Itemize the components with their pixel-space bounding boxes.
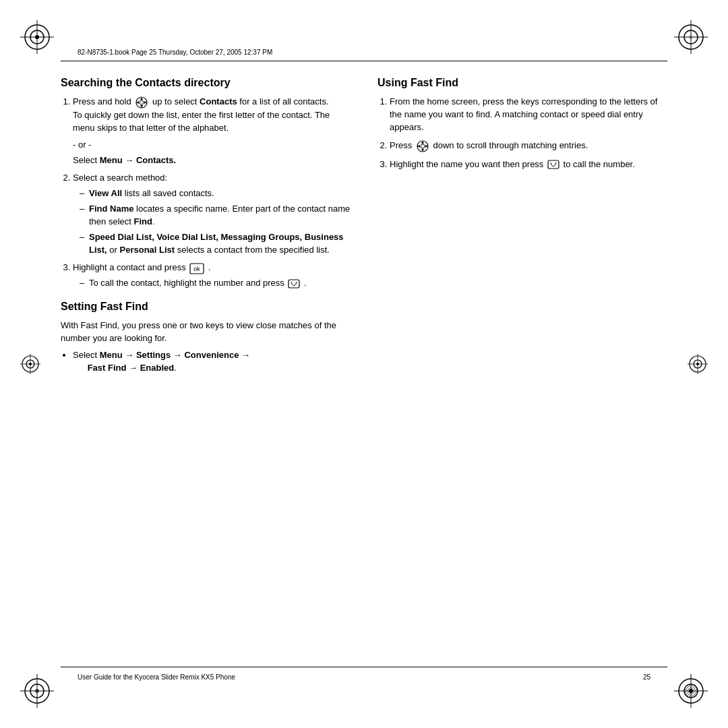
uff-step-1: From the home screen, press the keys cor… <box>390 96 667 134</box>
dash-lists: Speed Dial List, Voice Dial List, Messag… <box>80 231 351 257</box>
section-heading-using-fast-find: Using Fast Find <box>377 77 667 89</box>
select-prefix: Select <box>73 155 100 165</box>
svg-text:ok: ok <box>194 266 201 272</box>
ff-arr3: → <box>239 350 250 360</box>
contacts-step-1: Press and hold up to select Contacts for… <box>73 96 351 166</box>
ff-arr2: → <box>171 350 184 360</box>
side-mark-right <box>688 354 708 374</box>
select-line: Select Menu → Contacts. <box>73 154 351 167</box>
fast-find-steps: Select Menu → Settings → Convenience → F… <box>61 349 351 375</box>
contacts-step-2: Select a search method: View All lists a… <box>73 172 351 256</box>
main-content: Searching the Contacts directory Press a… <box>61 74 667 654</box>
corner-mark-tr <box>674 20 708 54</box>
uff-step3-pre: Highlight the name you want then press <box>390 159 543 169</box>
uff-step2-suf: down to scroll through matching entries. <box>433 140 588 150</box>
contacts-step-3: Highlight a contact and press ok . To ca… <box>73 262 351 290</box>
right-column: Using Fast Find From the home screen, pr… <box>377 74 667 654</box>
contacts-steps: Press and hold up to select Contacts for… <box>61 96 351 290</box>
step1-press-hold: Press and hold <box>73 96 131 107</box>
footer-line <box>61 667 667 667</box>
svg-rect-46 <box>548 160 559 169</box>
step1-up-text: up to select <box>152 96 200 107</box>
ff-arr4: → <box>126 363 140 373</box>
uff-step2-pre: Press <box>390 140 412 150</box>
step1-contacts-bold: Contacts <box>200 96 237 107</box>
uff-step3-suf: to call the number. <box>564 159 635 169</box>
ff-menu: Menu <box>100 350 123 360</box>
uff-step-3: Highlight the name you want then press t… <box>390 158 667 171</box>
step1-end: for a list of all contacts. <box>237 96 329 107</box>
step3-sub-list: To call the contact, highlight the numbe… <box>73 277 351 290</box>
corner-mark-br <box>674 674 708 708</box>
view-all-text: lists all saved contacts. <box>122 188 214 198</box>
fast-find-bullet: Select Menu → Settings → Convenience → F… <box>73 349 351 375</box>
section-heading-fast-find: Setting Fast Find <box>61 301 351 313</box>
ff-settings: Settings <box>136 350 171 360</box>
ff-select-pre: Select <box>73 350 100 360</box>
svg-point-32 <box>140 100 144 104</box>
using-fast-find-steps: From the home screen, press the keys cor… <box>377 96 667 171</box>
find-end: . <box>152 216 155 226</box>
corner-mark-bl <box>20 674 54 708</box>
step3-sub-text: To call the contact, highlight the numbe… <box>89 278 284 288</box>
uff-step-2: Press down to scroll through matching en… <box>390 140 667 153</box>
step3-text: Highlight a contact and press <box>73 262 186 272</box>
lists-text: selects a contact from the specified lis… <box>175 245 330 255</box>
call-icon-2 <box>547 160 559 169</box>
footer-right: 25 <box>643 673 650 681</box>
corner-mark-tl <box>20 20 54 54</box>
svg-point-41 <box>421 144 425 148</box>
find-name-bold: Find Name <box>89 204 133 214</box>
step1-sub: To quickly get down the list, enter the … <box>73 109 351 135</box>
step3-period2: . <box>304 278 307 288</box>
step2-text: Select a search method: <box>73 173 167 183</box>
nav-key-icon-2 <box>416 140 429 153</box>
step3-sub: To call the contact, highlight the numbe… <box>80 277 351 290</box>
lists-or: or <box>107 245 120 255</box>
search-method-list: View All lists all saved contacts. Find … <box>73 187 351 256</box>
ff-arr1: → <box>123 350 136 360</box>
view-all-bold: View All <box>89 188 122 198</box>
header-line <box>61 61 667 61</box>
nav-key-icon <box>135 96 148 109</box>
svg-rect-39 <box>289 280 299 288</box>
select-arrow: → <box>123 155 136 165</box>
ff-fastfind: Fast Find <box>88 363 127 373</box>
side-mark-left <box>20 354 40 374</box>
dash-view-all: View All lists all saved contacts. <box>80 187 351 200</box>
or-line: - or - <box>73 139 351 152</box>
uff-step1-text: From the home screen, press the keys cor… <box>390 96 657 132</box>
ff-enabled: Enabled <box>140 363 175 373</box>
step3-period: . <box>208 262 211 272</box>
left-column: Searching the Contacts directory Press a… <box>61 74 351 654</box>
page: 82-N8735-1.book Page 25 Thursday, Octobe… <box>0 0 728 728</box>
select-contacts-bold: Contacts. <box>136 155 176 165</box>
fast-find-desc: With Fast Find, you press one or two key… <box>61 320 351 345</box>
ff-conv: Convenience <box>184 350 239 360</box>
section-heading-contacts: Searching the Contacts directory <box>61 77 351 89</box>
select-menu-bold: Menu <box>100 155 123 165</box>
find-bold: Find <box>134 216 152 226</box>
personal-list-bold: Personal List <box>120 245 175 255</box>
header-text: 82-N8735-1.book Page 25 Thursday, Octobe… <box>78 49 272 56</box>
dash-find-name: Find Name locates a specific name. Enter… <box>80 203 351 229</box>
menu-button-icon: ok <box>189 263 204 274</box>
footer-left: User Guide for the Kyocera Slider Remix … <box>78 673 235 681</box>
call-icon <box>288 279 300 289</box>
ff-end: . <box>174 363 177 373</box>
